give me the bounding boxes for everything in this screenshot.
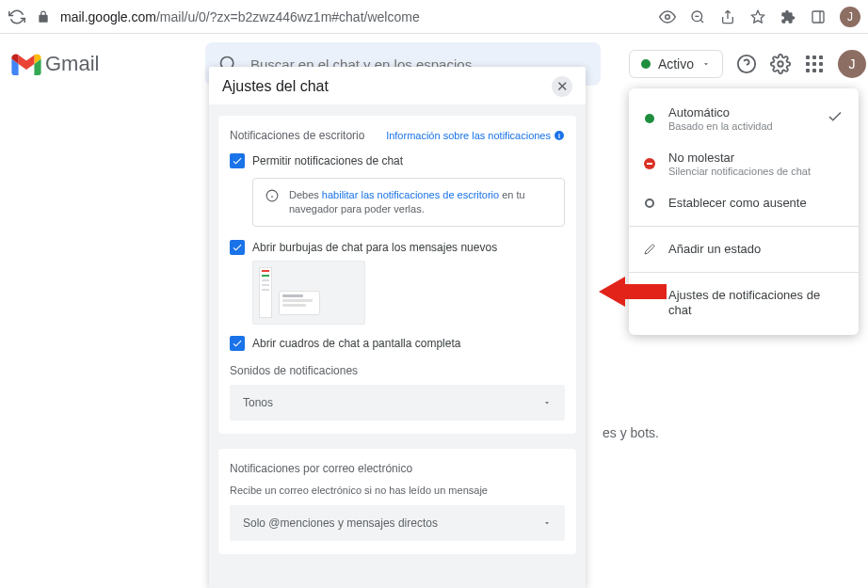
extensions-icon[interactable] (780, 8, 796, 25)
desktop-notifications-card: Notificaciones de escritorio Información… (218, 116, 576, 434)
sounds-select[interactable]: Tonos (230, 385, 565, 421)
allow-notifications-row: Permitir notificaciones de chat (230, 153, 565, 168)
enable-desktop-link[interactable]: habilitar las notificaciones de escritor… (322, 189, 499, 200)
svg-text:i: i (558, 133, 560, 139)
chevron-down-icon (701, 59, 711, 69)
reload-icon[interactable] (8, 8, 26, 26)
chat-settings-modal: Ajustes del chat ✕ Notificaciones de esc… (209, 67, 586, 588)
close-button[interactable]: ✕ (552, 76, 572, 97)
open-bubbles-row: Abrir burbujas de chat para los mensajes… (230, 240, 565, 255)
bubbles-preview (252, 261, 365, 325)
status-dot-icon (641, 59, 651, 69)
sounds-value: Tonos (243, 396, 273, 409)
account-avatar[interactable]: J (838, 50, 866, 78)
status-title: Establecer como ausente (668, 196, 844, 211)
svg-line-2 (700, 20, 703, 23)
url-domain: mail.google.com (60, 9, 156, 24)
card-title: Notificaciones por correo electrónico (230, 462, 565, 475)
sounds-label: Sonidos de notificaciones (230, 364, 565, 377)
email-select-value: Solo @menciones y mensajes directos (243, 516, 438, 530)
allow-notifications-checkbox[interactable] (230, 153, 245, 168)
modal-scroll[interactable]: Notificaciones de escritorio Información… (209, 104, 586, 588)
check-icon (827, 108, 844, 129)
settings-icon[interactable] (770, 54, 791, 74)
url-text[interactable]: mail.google.com/mail/u/0/?zx=b2zwz446wz1… (60, 9, 651, 24)
status-sub: Basado en la actividad (668, 120, 813, 132)
notice-info-icon (265, 188, 280, 203)
svg-marker-4 (751, 10, 764, 23)
modal-title: Ajustes del chat (222, 78, 329, 95)
apps-icon[interactable] (804, 54, 825, 74)
help-icon[interactable] (736, 54, 757, 74)
browser-address-bar: mail.google.com/mail/u/0/?zx=b2zwz446wz1… (0, 0, 868, 34)
status-title: Ajustes de notificaciones de chat (668, 288, 844, 318)
background-text-fragment: es y bots. (603, 425, 659, 440)
status-pill-label: Activo (658, 56, 694, 72)
email-select[interactable]: Solo @menciones y mensajes directos (230, 505, 565, 541)
browser-actions: J (659, 7, 860, 27)
modal-titlebar: Ajustes del chat ✕ (209, 67, 586, 104)
notice-text: Debes habilitar las notificaciones de es… (289, 188, 553, 216)
browser-profile-avatar[interactable]: J (840, 7, 860, 27)
status-dnd[interactable]: No molestar Silenciar notificaciones de … (629, 141, 859, 186)
zoom-out-icon[interactable] (689, 8, 706, 25)
fullscreen-chat-checkbox[interactable] (230, 336, 245, 351)
status-title: Automático (668, 105, 813, 120)
status-title: Añadir un estado (668, 242, 844, 257)
open-bubbles-checkbox[interactable] (230, 240, 245, 255)
status-sub: Silenciar notificaciones de chat (668, 166, 844, 177)
info-icon: i (554, 130, 565, 141)
browser-notification-notice: Debes habilitar las notificaciones de es… (252, 178, 565, 227)
fullscreen-chat-row: Abrir cuadros de chat a pantalla complet… (230, 336, 565, 351)
pencil-icon (644, 243, 655, 256)
gmail-logo-area[interactable]: Gmail (11, 52, 200, 76)
svg-rect-5 (812, 11, 824, 23)
svg-point-11 (778, 61, 783, 67)
star-icon[interactable] (749, 8, 766, 25)
status-automatic[interactable]: Automático Basado en la actividad (629, 96, 859, 141)
red-arrow-annotation (599, 273, 667, 314)
svg-marker-17 (599, 277, 667, 307)
card-title: Notificaciones de escritorio (230, 129, 364, 142)
email-notifications-card: Notificaciones por correo electrónico Re… (218, 449, 576, 554)
url-path: /mail/u/0/?zx=b2zwz446wz1m#chat/welcome (156, 9, 420, 24)
gmail-name: Gmail (45, 52, 99, 76)
green-dot-icon (645, 114, 654, 123)
chevron-down-icon (542, 398, 552, 407)
status-pill[interactable]: Activo (629, 50, 723, 78)
sidepanel-icon[interactable] (810, 8, 827, 25)
share-icon[interactable] (719, 8, 736, 25)
away-ring-icon (645, 199, 654, 208)
notifications-info-link[interactable]: Información sobre las notificaciones i (386, 130, 565, 141)
status-away[interactable]: Establecer como ausente (629, 186, 859, 220)
add-status[interactable]: Añadir un estado (629, 232, 859, 266)
allow-notifications-label: Permitir notificaciones de chat (252, 153, 403, 168)
chevron-down-icon (542, 518, 552, 528)
status-title: No molestar (668, 151, 844, 166)
eye-icon[interactable] (659, 8, 676, 25)
email-sub: Recibe un correo electrónico si no has l… (230, 485, 565, 496)
header-right: Activo J (629, 50, 857, 78)
svg-point-0 (666, 14, 670, 19)
fullscreen-chat-label: Abrir cuadros de chat a pantalla complet… (252, 336, 460, 351)
menu-divider (629, 226, 859, 227)
lock-icon (34, 8, 53, 26)
gmail-logo-icon (11, 53, 41, 75)
open-bubbles-label: Abrir burbujas de chat para los mensajes… (252, 240, 497, 255)
dnd-dot-icon (644, 158, 655, 169)
